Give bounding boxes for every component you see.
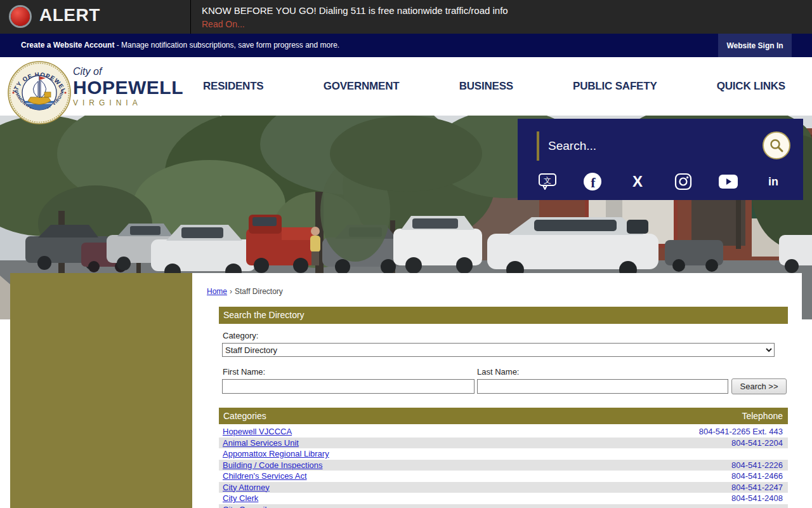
account-bar: Create a Website Account - Manage notifi… — [0, 34, 812, 57]
first-name-input[interactable] — [222, 379, 475, 394]
create-account-rest: - Manage notification subscriptions, sav… — [114, 41, 339, 50]
main-nav: RESIDENTS GOVERNMENT BUSINESS PUBLIC SAF… — [203, 57, 785, 116]
youtube-icon[interactable] — [717, 172, 739, 191]
facebook-icon[interactable]: f — [582, 172, 603, 191]
phone-link[interactable]: 804-541-2408 — [731, 493, 783, 504]
category-link[interactable]: City Clerk — [223, 493, 258, 504]
social-links: 文 f X — [518, 172, 803, 191]
x-twitter-icon[interactable]: X — [627, 172, 648, 191]
alert-message: KNOW BEFORE YOU GO! Dialing 511 is free … — [202, 5, 508, 16]
content-panel: Home›Staff Directory Search the Director… — [10, 273, 802, 508]
nav-quick-links[interactable]: QUICK LINKS — [717, 80, 785, 93]
directory-search-button[interactable]: Search >> — [731, 378, 787, 394]
logo-virginia: VIRGINIA — [73, 98, 183, 107]
category-link[interactable]: Animal Services Unit — [223, 438, 299, 449]
logo-cityof: City of — [73, 66, 183, 77]
breadcrumb-home-link[interactable]: Home — [207, 287, 227, 296]
table-row: Children's Services Act804-541-2466 — [219, 471, 788, 482]
alert-icon — [11, 7, 30, 26]
phone-link[interactable]: 804-541-2226 — [731, 460, 783, 471]
pedestrian — [310, 227, 320, 265]
main-area: Home›Staff Directory Search the Director… — [192, 273, 802, 508]
col-telephone: Telephone — [742, 408, 783, 424]
table-row: Animal Services Unit804-541-2204 — [219, 438, 788, 449]
alert-title: ALERT — [39, 5, 100, 25]
phone-link[interactable]: 804-541-2204 — [731, 438, 783, 449]
search-input[interactable] — [548, 134, 738, 158]
sidebar — [10, 273, 192, 508]
search-button[interactable] — [763, 131, 790, 159]
search-icon — [769, 138, 784, 153]
phone-link[interactable]: 804-541-2265 Ext. 443 — [699, 426, 783, 438]
breadcrumb-separator: › — [230, 287, 232, 296]
directory-title-bar: Search the Directory — [219, 307, 788, 324]
breadcrumb: Home›Staff Directory — [207, 287, 283, 296]
category-link[interactable]: City Attorney — [223, 482, 270, 493]
nav-government[interactable]: GOVERNMENT — [324, 80, 400, 93]
read-on-link[interactable]: Read On... — [202, 19, 245, 29]
phone-link[interactable]: 804-541-2466 — [731, 471, 783, 482]
svg-text:f: f — [591, 175, 596, 190]
svg-text:X: X — [632, 173, 643, 190]
translate-icon[interactable]: 文 — [537, 172, 558, 191]
site-header: CITY OF HOPEWELL COMMONWEALTH OF VIRGINI… — [0, 57, 812, 116]
table-row: Building / Code Inspections804-541-2226 — [219, 460, 788, 471]
search-accent-bar — [537, 131, 539, 161]
create-account-bold[interactable]: Create a Website Account — [21, 41, 114, 50]
linkedin-icon[interactable]: in — [763, 172, 784, 191]
create-account-link[interactable]: Create a Website Account - Manage notifi… — [21, 41, 339, 50]
category-select[interactable]: Staff Directory — [222, 343, 775, 357]
nav-public-safety[interactable]: PUBLIC SAFETY — [573, 80, 657, 93]
table-row: City Clerk804-541-2408 — [219, 493, 788, 504]
table-row: City Council — [219, 504, 788, 508]
nav-business[interactable]: BUSINESS — [459, 80, 513, 93]
first-name-label: First Name: — [223, 367, 265, 377]
category-link[interactable]: Appomattox Regional Library — [223, 448, 329, 460]
category-link[interactable]: Hopewell VJCCCA — [223, 426, 292, 438]
category-link[interactable]: Children's Services Act — [223, 471, 307, 482]
breadcrumb-current: Staff Directory — [235, 287, 283, 296]
website-sign-in-button[interactable]: Website Sign In — [718, 34, 792, 57]
last-name-label: Last Name: — [477, 367, 519, 377]
nav-residents[interactable]: RESIDENTS — [203, 80, 264, 93]
city-seal-logo[interactable]: CITY OF HOPEWELL COMMONWEALTH OF VIRGINI… — [8, 61, 71, 124]
alert-bar: ALERT KNOW BEFORE YOU GO! Dialing 511 is… — [0, 0, 812, 34]
table-row: City Attorney804-541-2247 — [219, 482, 788, 493]
table-row: Hopewell VJCCCA804-541-2265 Ext. 443 — [219, 426, 788, 438]
col-categories: Categories — [223, 408, 266, 424]
directory-table: Hopewell VJCCCA804-541-2265 Ext. 443 Ani… — [219, 426, 788, 508]
logo-wordmark[interactable]: City of HOPEWELL VIRGINIA — [73, 66, 183, 107]
page: ALERT KNOW BEFORE YOU GO! Dialing 511 is… — [0, 0, 812, 508]
instagram-icon[interactable] — [672, 172, 694, 191]
table-row: Appomattox Regional Library — [219, 448, 788, 460]
svg-text:in: in — [768, 175, 778, 188]
last-name-input[interactable] — [477, 379, 728, 394]
category-link[interactable]: Building / Code Inspections — [223, 460, 323, 471]
logo-hopewell: HOPEWELL — [73, 77, 183, 98]
category-label: Category: — [223, 331, 258, 340]
category-link[interactable]: City Council — [223, 504, 266, 508]
svg-text:文: 文 — [544, 176, 551, 185]
search-panel: 文 f X — [518, 119, 803, 200]
divider — [190, 0, 191, 34]
phone-link[interactable]: 804-541-2247 — [731, 482, 783, 493]
table-header: Categories Telephone — [219, 408, 788, 424]
